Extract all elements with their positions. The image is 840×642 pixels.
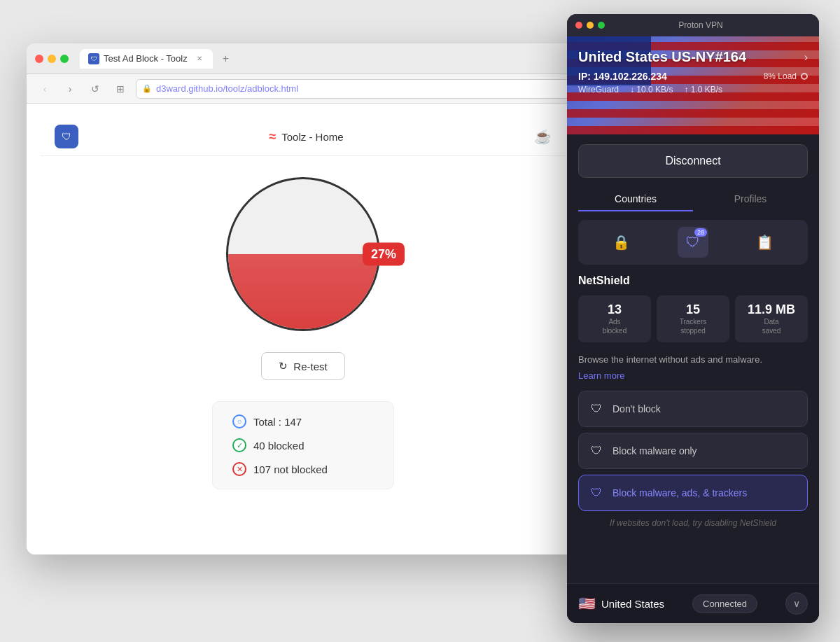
- hero-arrow-icon[interactable]: ›: [804, 51, 808, 64]
- ads-blocked-num: 13: [584, 302, 645, 317]
- gauge-fill: [228, 254, 378, 329]
- new-tab-button[interactable]: +: [223, 53, 229, 65]
- hero-country: United States US-NY#164: [578, 49, 746, 65]
- netshield-title: NetShield: [578, 274, 808, 287]
- netshield-stats: 13 Adsblocked 15 Trackersstopped 11.9 MB…: [578, 295, 808, 342]
- address-bar[interactable]: 🔒 d3ward.github.io/toolz/adblock.html: [136, 79, 571, 99]
- block-malware-only-option[interactable]: 🛡 Block malware only: [578, 433, 808, 469]
- tab-countries[interactable]: Countries: [578, 188, 693, 211]
- trackers-stopped-stat: 15 Trackersstopped: [657, 295, 729, 342]
- load-text: 8% Load: [764, 71, 797, 81]
- retest-button[interactable]: ↻ Re-test: [261, 352, 344, 380]
- maximize-window-button[interactable]: [60, 55, 69, 63]
- browser-tab[interactable]: 🛡 Test Ad Block - Toolz ✕: [80, 49, 213, 69]
- vpn-protocol: WireGuard: [578, 85, 619, 95]
- hero-ip: IP: 149.102.226.234: [578, 71, 667, 82]
- gauge-circle: [226, 177, 380, 331]
- block-all-option[interactable]: 🛡 Block malware, ads, & trackers: [578, 475, 808, 511]
- close-window-button[interactable]: [35, 55, 43, 63]
- ip-value: 149.102.226.234: [594, 71, 667, 82]
- vpn-maximize-button[interactable]: [598, 22, 605, 29]
- grid-view-button[interactable]: ⊞: [111, 79, 130, 99]
- chevron-down-icon: ∨: [793, 598, 800, 609]
- hero-load: 8% Load: [764, 71, 808, 81]
- url-text: d3ward.github.io/toolz/adblock.html: [156, 83, 298, 94]
- shield-filter-button[interactable]: 🛡 28: [678, 227, 708, 258]
- page-header: 🛡 ≈ Toolz - Home ☕: [41, 118, 566, 156]
- traffic-lights: [35, 55, 69, 63]
- lock-icon: 🔒: [142, 84, 152, 93]
- minimize-window-button[interactable]: [48, 55, 56, 63]
- dont-block-label: Don't block: [612, 403, 661, 414]
- data-saved-stat: 11.9 MB Datasaved: [735, 295, 808, 342]
- forward-button[interactable]: ›: [60, 79, 80, 99]
- blocked-label: 40 blocked: [253, 440, 304, 452]
- not-blocked-indicator: ✕: [232, 462, 246, 476]
- shield-badge: 28: [694, 228, 707, 237]
- vpn-app-title: Proton VPN: [609, 20, 792, 30]
- document-filter-button[interactable]: 📋: [750, 227, 780, 258]
- browser-content: 🛡 ≈ Toolz - Home ☕ 27% ↻ Re-test ○ Total…: [27, 104, 580, 554]
- vpn-bottom-bar: 🇺🇸 United States Connected ∨: [567, 583, 819, 623]
- page-title: Toolz - Home: [281, 131, 343, 143]
- browser-toolbar: ‹ › ↺ ⊞ 🔒 d3ward.github.io/toolz/adblock…: [27, 74, 580, 104]
- netshield-note: If websites don't load, try disabling Ne…: [578, 518, 808, 528]
- total-indicator: ○: [232, 414, 246, 428]
- icon-row: 🔒 🛡 28 📋: [578, 220, 808, 265]
- ads-blocked-stat: 13 Adsblocked: [578, 295, 651, 342]
- browser-titlebar: 🛡 Test Ad Block - Toolz ✕ +: [27, 43, 580, 74]
- block-all-icon: 🛡: [589, 485, 604, 501]
- lock-icon: 🔒: [612, 234, 630, 251]
- dont-block-option[interactable]: 🛡 Don't block: [578, 391, 808, 427]
- hero-row-country: United States US-NY#164 ›: [578, 49, 808, 65]
- data-saved-num: 11.9 MB: [741, 302, 802, 317]
- browser-window: 🛡 Test Ad Block - Toolz ✕ + ‹ › ↺ ⊞ 🔒 d3…: [27, 43, 580, 554]
- hero-content: United States US-NY#164 › IP: 149.102.22…: [567, 36, 819, 102]
- country-name: United States: [601, 598, 664, 610]
- hero-row-ip: IP: 149.102.226.234 8% Load: [578, 71, 808, 82]
- gauge-container: 27%: [226, 177, 380, 331]
- ads-blocked-label: Adsblocked: [584, 317, 645, 335]
- ip-label: IP:: [578, 71, 591, 82]
- learn-more-link[interactable]: Learn more: [578, 370, 808, 381]
- data-saved-label: Datasaved: [741, 317, 802, 335]
- document-icon: 📋: [756, 234, 774, 251]
- netshield-description: Browse the internet without ads and malw…: [578, 354, 808, 366]
- bottom-country: 🇺🇸 United States: [578, 595, 664, 612]
- not-blocked-label: 107 not blocked: [253, 463, 328, 475]
- block-malware-only-label: Block malware only: [612, 445, 697, 456]
- tab-favicon: 🛡: [88, 53, 99, 64]
- trackers-stopped-label: Trackersstopped: [662, 317, 724, 335]
- vpn-tabs: Countries Profiles: [578, 188, 808, 211]
- netshield-section: NetShield 13 Adsblocked 15 Trackersstopp…: [578, 274, 808, 583]
- tab-close-button[interactable]: ✕: [195, 54, 204, 64]
- gauge-badge: 27%: [363, 243, 405, 266]
- download-speed: ↓ 10.0 KB/s: [630, 85, 673, 95]
- reload-button[interactable]: ↺: [85, 79, 105, 99]
- dont-block-icon: 🛡: [589, 401, 604, 417]
- block-all-label: Block malware, ads, & trackers: [612, 487, 747, 498]
- retest-label: Re-test: [293, 361, 327, 372]
- vpn-hero: United States US-NY#164 › IP: 149.102.22…: [567, 36, 819, 134]
- results-card: ○ Total : 147 ✓ 40 blocked ✕ 107 not blo…: [212, 401, 394, 489]
- result-total: ○ Total : 147: [232, 414, 374, 428]
- page-title-area: ≈ Toolz - Home: [269, 130, 343, 144]
- upload-speed: ↑ 1.0 KB/s: [684, 85, 722, 95]
- up-speed-text: ↑ 1.0 KB/s: [684, 85, 722, 95]
- back-button[interactable]: ‹: [35, 79, 55, 99]
- vpn-panel: Proton VPN United States US-NY#164 › IP:…: [567, 14, 819, 623]
- lock-filter-button[interactable]: 🔒: [606, 227, 636, 258]
- load-indicator: [801, 73, 808, 80]
- tab-profiles[interactable]: Profiles: [693, 188, 808, 211]
- connected-status: Connected: [692, 594, 757, 613]
- down-speed-text: ↓ 10.0 KB/s: [630, 85, 673, 95]
- trackers-stopped-num: 15: [662, 302, 724, 317]
- expand-button[interactable]: ∨: [785, 592, 808, 615]
- disconnect-button[interactable]: Disconnect: [578, 144, 808, 178]
- retest-icon: ↻: [279, 360, 288, 372]
- result-blocked: ✓ 40 blocked: [232, 438, 374, 452]
- page-logo: 🛡: [55, 125, 78, 148]
- vpn-close-button[interactable]: [575, 22, 582, 29]
- vpn-minimize-button[interactable]: [587, 22, 594, 29]
- menu-icon[interactable]: ☕: [534, 128, 552, 145]
